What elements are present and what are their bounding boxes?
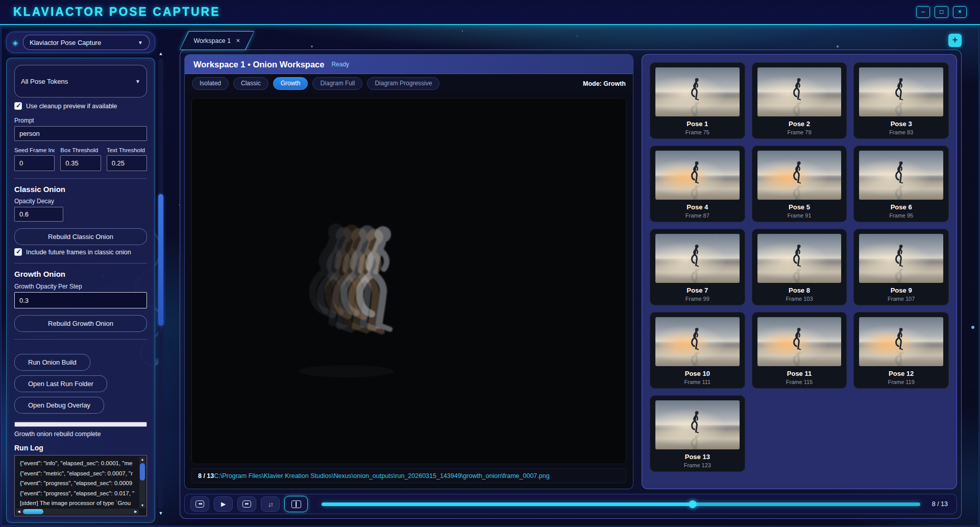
pose-frame-label: Frame 95 xyxy=(889,212,913,219)
seed-frame-input[interactable] xyxy=(14,155,55,171)
scroll-up-icon[interactable]: ▲ xyxy=(157,51,164,56)
pose-thumbnail xyxy=(655,400,740,449)
pose-frame-label: Frame 107 xyxy=(888,296,915,302)
sidebar: ◈ Klaviactor Pose Capture ▼ All Pose Tok… xyxy=(6,32,155,523)
detection-fields: Seed Frame Inc Box Threshold Text Thresh… xyxy=(14,147,147,171)
frame-slider-thumb[interactable] xyxy=(689,500,697,508)
tab-close-icon[interactable]: ✕ xyxy=(236,38,240,43)
status-badge: Ready xyxy=(331,61,349,68)
token-select[interactable]: All Pose Tokens ▼ xyxy=(14,65,147,98)
mode-diagram-progressive-button[interactable]: Diagram Progressive xyxy=(367,77,439,90)
skip-end-icon: ▶▶ xyxy=(242,500,251,508)
run-onion-build-button[interactable]: Run Onion Build xyxy=(14,354,90,371)
frame-slider[interactable] xyxy=(322,496,920,512)
pose-name: Pose 5 xyxy=(789,203,810,211)
scroll-down-icon[interactable]: ▼ xyxy=(157,511,164,516)
title-bar: KLAVIACTOR POSE CAPTURE – □ × xyxy=(0,0,980,25)
pose-card[interactable]: Pose 6 Frame 95 xyxy=(853,146,949,222)
maximize-button[interactable]: □ xyxy=(935,6,948,18)
pose-card[interactable]: Pose 5 Frame 91 xyxy=(752,146,847,222)
pose-name: Pose 8 xyxy=(789,286,810,294)
skip-start-button[interactable]: ◀◀ xyxy=(190,496,209,512)
pose-name: Pose 3 xyxy=(891,120,912,128)
tab-fill: Workspace 1 ✕ xyxy=(180,32,254,50)
frame-status-bar: 8 / 13 C:\Program Files\Klavier Kreation… xyxy=(191,468,626,483)
pose-card[interactable]: Pose 1 Frame 75 xyxy=(650,62,745,139)
new-workspace-button[interactable]: + xyxy=(948,34,962,47)
pose-card[interactable]: Pose 8 Frame 103 xyxy=(752,229,847,305)
pose-card[interactable]: Pose 2 Frame 79 xyxy=(752,62,847,139)
prompt-input[interactable] xyxy=(14,126,147,141)
pose-frame-label: Frame 75 xyxy=(685,129,709,135)
pose-card[interactable]: Pose 12 Frame 119 xyxy=(853,312,949,389)
future-frames-checkbox-label: Include future frames in classic onion xyxy=(26,249,131,256)
scroll-up-icon[interactable]: ▲ xyxy=(139,457,145,462)
mode-strip: Isolated Classic Growth Diagram Full Dia… xyxy=(185,74,633,93)
pose-card[interactable]: Pose 13 Frame 123 xyxy=(650,395,745,472)
workspace-container: Workspace 1 • Onion Workspace Ready Isol… xyxy=(180,50,962,519)
frame-file-path: C:\Program Files\Klavier Kreation Studio… xyxy=(214,472,549,480)
log-horizontal-scrollbar[interactable]: ◀ ▶ xyxy=(16,509,139,515)
chevron-down-icon: ▼ xyxy=(138,40,143,45)
text-threshold-input[interactable] xyxy=(107,155,147,171)
frame-sort-button[interactable]: ↓↑ xyxy=(261,496,280,512)
frame-position-label: 8 / 13 xyxy=(932,500,951,508)
rebuild-classic-onion-button[interactable]: Rebuild Classic Onion xyxy=(14,228,147,245)
mode-diagram-full-button[interactable]: Diagram Full xyxy=(312,77,362,90)
run-log-box[interactable]: {"event": "info", "elapsed_sec": 0.0001,… xyxy=(14,455,147,516)
pose-thumbnail xyxy=(655,317,740,366)
tab-workspace-1[interactable]: Workspace 1 ✕ xyxy=(180,31,254,50)
pose-frame-label: Frame 87 xyxy=(685,212,709,219)
close-button[interactable]: × xyxy=(953,6,967,18)
split-view-button[interactable] xyxy=(284,496,308,512)
pose-card[interactable]: Pose 9 Frame 107 xyxy=(853,229,949,305)
cleanup-checkbox-row[interactable]: Use cleanup preview if available xyxy=(14,102,147,110)
pose-name: Pose 10 xyxy=(685,370,710,377)
mode-classic-button[interactable]: Classic xyxy=(233,77,268,90)
future-frames-checkbox-row[interactable]: Include future frames in classic onion xyxy=(14,248,147,256)
pose-thumbnail xyxy=(655,234,740,283)
pose-card[interactable]: Pose 4 Frame 87 xyxy=(650,146,745,222)
sidebar-panel: All Pose Tokens ▼ Use cleanup preview if… xyxy=(6,58,155,523)
onion-canvas[interactable] xyxy=(191,98,626,464)
chevron-down-icon: ▼ xyxy=(135,79,140,84)
checkbox-checked-icon[interactable] xyxy=(14,248,22,256)
onion-ghost-figures xyxy=(275,186,405,398)
frame-slider-track[interactable] xyxy=(322,502,920,506)
divider xyxy=(14,339,147,340)
pose-card[interactable]: Pose 3 Frame 83 xyxy=(853,62,949,139)
scroll-right-icon[interactable]: ▶ xyxy=(133,509,139,515)
pose-card[interactable]: Pose 11 Frame 115 xyxy=(752,312,847,389)
open-last-run-folder-button[interactable]: Open Last Run Folder xyxy=(14,375,107,392)
growth-opacity-input[interactable] xyxy=(14,292,147,308)
log-vertical-scrollbar[interactable]: ▲ ▼ xyxy=(139,457,145,508)
box-threshold-input[interactable] xyxy=(60,155,101,171)
open-debug-overlay-button[interactable]: Open Debug Overlay xyxy=(14,397,104,414)
scroll-down-icon[interactable]: ▼ xyxy=(139,502,145,508)
pose-thumbnail xyxy=(859,317,943,366)
pose-thumbnail xyxy=(655,67,740,116)
pose-frame-label: Frame 83 xyxy=(889,129,913,135)
skip-end-button[interactable]: ▶▶ xyxy=(237,496,256,512)
tab-strip: Workspace 1 ✕ + xyxy=(180,31,962,50)
action-buttons: Run Onion Build Open Last Run Folder Ope… xyxy=(14,354,147,414)
minimize-button[interactable]: – xyxy=(916,6,930,18)
scroll-left-icon[interactable]: ◀ xyxy=(16,509,22,515)
log-line: [stderr] The image processor of type `Gr… xyxy=(20,498,139,509)
pose-card[interactable]: Pose 7 Frame 99 xyxy=(650,229,745,305)
log-vscroll-thumb[interactable] xyxy=(140,463,145,481)
run-log-heading: Run Log xyxy=(14,444,147,452)
rebuild-growth-onion-button[interactable]: Rebuild Growth Onion xyxy=(14,315,147,332)
checkbox-checked-icon[interactable] xyxy=(14,102,22,110)
sidebar-scroll-thumb[interactable] xyxy=(158,194,163,326)
mode-isolated-button[interactable]: Isolated xyxy=(192,77,229,90)
mode-growth-button[interactable]: Growth xyxy=(273,77,308,90)
pose-frame-label: Frame 99 xyxy=(685,296,709,302)
opacity-decay-input[interactable] xyxy=(14,207,63,222)
profile-select[interactable]: Klaviactor Pose Capture ▼ xyxy=(23,35,150,50)
play-button[interactable]: ▶ xyxy=(214,496,233,512)
sidebar-scrollbar[interactable]: ▲ ▼ xyxy=(157,51,164,516)
pose-card[interactable]: Pose 10 Frame 111 xyxy=(650,312,745,389)
pose-name: Pose 13 xyxy=(685,453,710,461)
log-hscroll-thumb[interactable] xyxy=(23,509,43,514)
